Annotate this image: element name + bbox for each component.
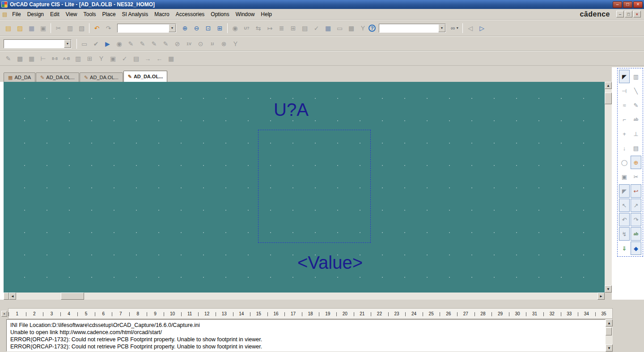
part-value-text[interactable]: <Value> [297,253,363,273]
flip-tool[interactable]: ↩ [631,184,641,198]
si-net-tree-icon[interactable]: Y [230,38,241,49]
combo-dropdown-icon[interactable]: ▼ [438,24,445,32]
export-part-icon[interactable]: → [142,53,153,64]
package-copy-icon[interactable]: ▥ [72,53,84,64]
area-select-icon[interactable]: ▭ [334,23,345,34]
log-scroll-track[interactable] [606,327,613,344]
add-text-tool[interactable]: ab [631,227,641,241]
scroll-right-button[interactable]: ► [597,293,605,300]
save-document-icon[interactable]: ▦ [26,23,37,34]
menu-accessories[interactable]: Accessories [173,10,208,19]
paste-icon[interactable]: ▧ [76,23,87,34]
si-current-level-icon[interactable]: 1I [207,38,218,49]
pin-numbers-icon[interactable]: 8-8 [49,53,60,64]
session-log[interactable]: INI File Location:D:\lifesoftware\cdsset… [6,319,606,352]
close-button[interactable]: × [633,1,643,8]
menu-help[interactable]: Help [258,10,275,19]
probe-current-icon[interactable]: ✎ [137,38,148,49]
menu-macro[interactable]: Macro [151,10,172,19]
menu-view[interactable]: View [63,10,80,19]
draw-elbow-tool[interactable]: ⌐ [619,113,630,126]
zoom-out-icon[interactable]: ⊖ [191,23,202,34]
annotate-icon[interactable]: U? [241,23,252,34]
hscroll-thumb[interactable] [61,293,84,300]
si-board-icon[interactable]: ▭ [79,38,90,49]
menu-edit[interactable]: Edit [47,10,63,19]
spreadsheet-icon[interactable]: ▦ [165,53,177,64]
zoom-all-icon[interactable]: ⊞ [214,23,225,34]
menu-design[interactable]: Design [24,10,47,19]
mdi-minimize-button[interactable]: – [616,11,624,17]
add-part-tool[interactable]: ⊕ [631,156,641,169]
zoom-in-icon[interactable]: ⊕ [179,23,191,34]
package-view-icon[interactable]: ▩ [14,53,25,64]
move-tool[interactable]: + [619,127,630,140]
edit-part-icon[interactable]: ✎ [3,53,14,64]
vscroll-thumb[interactable] [605,93,612,104]
place-pin-tool[interactable]: ⊣ [619,84,630,98]
probe-voltage-icon[interactable]: ✎ [125,38,136,49]
arrow-down-tool[interactable]: ↓ [619,141,630,155]
open-document-icon[interactable]: ▨ [14,23,25,34]
menu-tools[interactable]: Tools [80,10,99,19]
scroll-down-button[interactable]: ▼ [605,285,612,293]
si-voltage-level-icon[interactable]: 1V [183,38,195,49]
next-page-icon[interactable]: ▷ [476,23,487,34]
horizontal-scrollbar[interactable]: ◄ ► [4,293,605,300]
back-annotate-icon[interactable]: ⇆ [253,23,264,34]
scroll-up-button[interactable]: ▲ [605,82,612,89]
tab-ad-da-olb-3[interactable]: ✎ AD_DA.OL... [123,71,168,82]
select-frame-tool[interactable]: ◤ [619,184,630,198]
tab-ad-da-olb-1[interactable]: ✎ AD_DA.OL... [36,72,79,82]
select-pointer-tool[interactable]: ◤ [619,70,630,83]
rotate-ccw-tool[interactable]: ↶ [619,213,630,226]
splitter-handle[interactable] [4,293,9,300]
tab-ad-da[interactable]: ▦ AD_DA [4,72,35,82]
close-log-button[interactable]: × [1,311,7,317]
draw-line-tool[interactable]: ╲ [631,84,641,98]
draw-spline-tool[interactable]: ≈ [619,98,630,112]
copy-drag-tool[interactable]: ↗ [631,199,641,212]
properties-icon[interactable]: ▤ [131,53,142,64]
zoom-area-icon[interactable]: ⊡ [203,23,214,34]
hscroll-track[interactable] [16,293,597,300]
part-add-icon[interactable]: ⊞ [84,53,95,64]
import-part-icon[interactable]: ← [154,53,165,64]
menu-place[interactable]: Place [99,10,119,19]
zigzag-wire-tool[interactable]: ↯ [619,227,630,241]
mdi-close-button[interactable]: × [633,11,641,17]
copy-icon[interactable]: ▥ [64,23,76,34]
drag-select-tool[interactable]: ↖ [619,199,630,212]
part-reference-text[interactable]: U?A [274,100,309,120]
mdi-restore-button[interactable]: □ [625,11,632,17]
minimize-button[interactable]: – [613,1,622,8]
new-document-icon[interactable]: ▤ [3,23,14,34]
dock-panel-tool[interactable]: ▤ [631,141,641,155]
si-audit-icon[interactable]: ✔ [90,38,102,49]
si-info-icon[interactable]: ⊙ [195,38,206,49]
si-impedance-icon[interactable]: ⊘ [172,38,183,49]
cut-tool[interactable]: ✂ [631,170,641,183]
pin-edit-icon[interactable]: ⊢ [38,53,49,64]
part-save-icon[interactable]: ▦ [26,53,37,64]
menu-si-analysis[interactable]: SI Analysis [119,10,152,19]
netlist-icon[interactable]: ≣ [276,23,287,34]
combo-dropdown-icon[interactable]: ▼ [169,24,176,32]
log-scroll-up-button[interactable]: ▲ [606,319,613,327]
rotate-cw-tool[interactable]: ↷ [631,213,641,226]
vscroll-track[interactable] [605,89,612,285]
place-text-tool[interactable]: ab [631,113,641,126]
project-manager-icon[interactable]: ▩ [346,23,357,34]
place-part-tool[interactable]: ▥ [631,70,641,83]
probe-icon[interactable]: Y [357,23,369,34]
probe-power-icon[interactable]: ✎ [148,38,160,49]
log-scroll-down-button[interactable]: ▼ [606,344,613,352]
place-pin-array-tool[interactable]: ⊥ [631,127,641,140]
update-properties-icon[interactable]: ↦ [264,23,275,34]
snap-to-grid-icon[interactable]: ▦ [322,23,334,34]
si-run-icon[interactable]: ▶ [102,38,113,49]
vertical-scrollbar[interactable]: ▲ ▼ [605,82,612,293]
combo-dropdown-icon[interactable]: ▼ [64,40,71,48]
cross-reference-icon[interactable]: ⊞ [288,23,299,34]
tab-ad-da-olb-2[interactable]: ✎ AD_DA.OL... [80,72,123,82]
